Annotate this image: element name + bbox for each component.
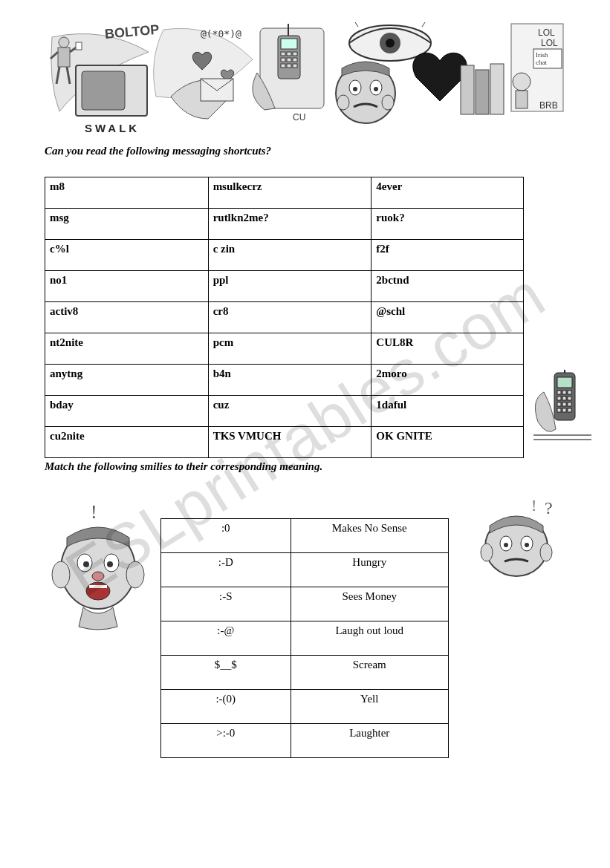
table-row: :-DHungry: [161, 553, 449, 587]
heading-smilies: Match the following smilies to their cor…: [45, 460, 322, 473]
table-row: msgrutlkn2me?ruok?: [45, 209, 524, 240]
shortcut-cell: TKS VMUCH: [208, 427, 371, 458]
svg-rect-52: [562, 397, 566, 400]
shortcut-cell: ruok?: [371, 209, 524, 240]
shortcut-cell: no1: [45, 271, 209, 302]
svg-point-29: [382, 95, 394, 110]
svg-rect-17: [287, 58, 291, 62]
shortcut-cell: rutlkn2me?: [208, 209, 371, 240]
worksheet-page: BOLTOP @(*0*)@ SWALK: [0, 0, 610, 868]
shortcut-cell: 1daful: [371, 396, 524, 427]
table-row: :-@Laugh out loud: [161, 621, 449, 656]
smiley-cell: :0: [161, 519, 291, 553]
heading-shortcuts: Can you read the following messaging sho…: [45, 145, 271, 157]
svg-point-70: [107, 561, 113, 567]
svg-rect-16: [281, 58, 285, 62]
smiley-cell: >:-0: [161, 724, 291, 758]
meaning-cell: Laughter: [291, 724, 448, 758]
svg-point-28: [337, 95, 349, 110]
shortcut-cell: @schl: [371, 302, 524, 333]
shortcut-cell: 2bctnd: [371, 271, 524, 302]
svg-point-27: [374, 87, 378, 91]
meaning-cell: Sees Money: [291, 587, 448, 621]
shortcuts-table: m8msulkecrz4evermsgrutlkn2me?ruok?c%lc z…: [45, 177, 524, 458]
svg-rect-20: [287, 64, 291, 68]
svg-rect-51: [557, 397, 561, 400]
svg-point-66: [126, 561, 144, 588]
lol-text-2: LOL: [541, 38, 558, 48]
svg-point-26: [353, 87, 357, 91]
shortcut-cell: cr8: [208, 302, 371, 333]
svg-rect-55: [562, 402, 566, 406]
svg-point-81: [481, 544, 493, 561]
svg-point-79: [504, 543, 508, 547]
table-row: anytngb4n2moro: [45, 365, 524, 396]
shortcut-cell: m8: [45, 177, 209, 209]
table-row: m8msulkecrz4ever: [45, 177, 524, 209]
lol-text-1: LOL: [538, 27, 555, 38]
svg-rect-8: [82, 71, 125, 110]
smiley-cell: :-@: [161, 621, 291, 656]
svg-rect-56: [568, 402, 571, 406]
smiley-cell: :-(0): [161, 690, 291, 724]
svg-rect-73: [89, 585, 107, 588]
table-row: no1ppl2bctnd: [45, 271, 524, 302]
svg-rect-53: [568, 397, 571, 400]
smiley-cell: :-S: [161, 587, 291, 621]
shortcut-cell: activ8: [45, 302, 209, 333]
smiley-cell: :-D: [161, 553, 291, 587]
svg-rect-18: [293, 58, 297, 62]
smiley-cell: $__$: [161, 656, 291, 690]
table-row: bdaycuz1daful: [45, 396, 524, 427]
shortcut-cell: cu2nite: [45, 427, 209, 458]
svg-rect-19: [281, 64, 285, 68]
shortcut-cell: c zin: [208, 240, 371, 271]
svg-rect-45: [516, 91, 528, 108]
shortcut-cell: f2f: [371, 240, 524, 271]
svg-rect-38: [461, 65, 474, 114]
shortcut-cell: b4n: [208, 365, 371, 396]
svg-line-33: [355, 22, 358, 27]
meaning-cell: Hungry: [291, 553, 448, 587]
shortcut-cell: msulkecrz: [208, 177, 371, 209]
shortcut-cell: anytng: [45, 365, 209, 396]
shortcut-cell: msg: [45, 209, 209, 240]
shortcut-cell: CUL8R: [371, 333, 524, 365]
cu-text: CU: [293, 112, 305, 123]
table-row: nt2nitepcmCUL8R: [45, 333, 524, 365]
table-row: >:-0Laughter: [161, 724, 449, 758]
svg-text:chat: chat: [536, 59, 547, 66]
svg-rect-48: [557, 391, 561, 394]
svg-point-80: [525, 543, 529, 547]
svg-rect-50: [568, 391, 571, 394]
meaning-cell: Makes No Sense: [291, 519, 448, 553]
brb-text: BRB: [539, 100, 558, 111]
meaning-cell: Yell: [291, 690, 448, 724]
table-row: $__$Scream: [161, 656, 449, 690]
table-row: :0Makes No Sense: [161, 519, 449, 553]
table-row: :-SSees Money: [161, 587, 449, 621]
meaning-cell: Laugh out loud: [291, 621, 448, 656]
table-row: cu2niteTKS VMUCHOK GNITE: [45, 427, 524, 458]
svg-text:!: !: [531, 496, 536, 515]
svg-rect-59: [568, 408, 571, 412]
svg-point-44: [513, 73, 530, 91]
svg-rect-1: [58, 48, 70, 67]
svg-rect-12: [281, 39, 297, 49]
svg-rect-47: [557, 377, 572, 388]
shortcut-cell: 4ever: [371, 177, 524, 209]
header-collage-illustration: BOLTOP @(*0*)@ SWALK: [45, 22, 565, 134]
svg-rect-39: [476, 70, 489, 114]
svg-rect-54: [557, 402, 561, 406]
smilies-table: :0Makes No Sense:-DHungry:-SSees Money:-…: [160, 518, 449, 758]
svg-text:!: !: [91, 502, 97, 523]
svg-rect-4: [76, 42, 82, 50]
svg-point-69: [83, 561, 89, 567]
svg-point-65: [52, 561, 70, 588]
irish-text: Irish: [536, 51, 548, 59]
surprised-face-illustration: !: [46, 502, 150, 636]
meaning-cell: Scream: [291, 656, 448, 690]
shortcut-cell: OK GNITE: [371, 427, 524, 458]
svg-point-32: [386, 39, 395, 48]
shortcut-cell: 2moro: [371, 365, 524, 396]
